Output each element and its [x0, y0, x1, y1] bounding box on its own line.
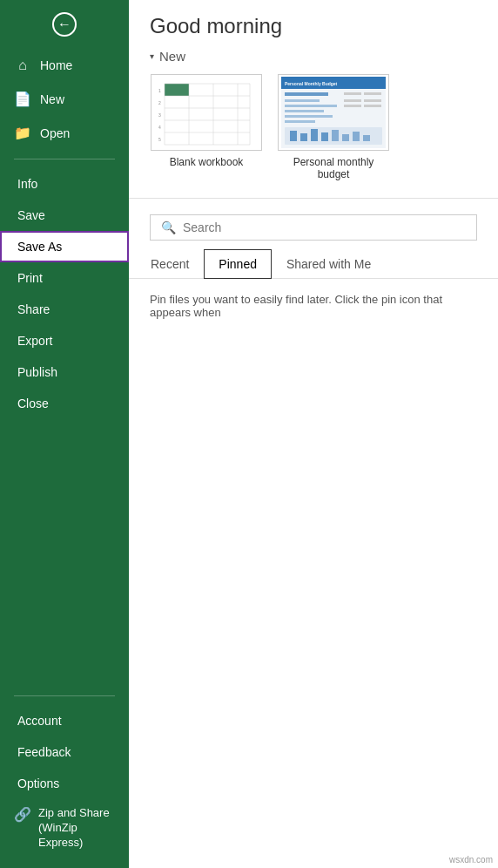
sidebar-item-share[interactable]: Share [0, 294, 129, 325]
svg-rect-26 [285, 120, 315, 123]
svg-rect-21 [285, 92, 328, 96]
budget-label: Personal monthly budget [277, 156, 390, 180]
sidebar-home-label: Home [40, 58, 72, 72]
home-icon: ⌂ [14, 58, 31, 73]
sidebar-top-nav: ⌂ Home 📄 New 📁 Open [0, 49, 129, 150]
tab-pinned-label: Pinned [219, 257, 257, 271]
svg-rect-39 [342, 134, 349, 141]
svg-rect-22 [285, 99, 320, 102]
svg-rect-30 [364, 92, 381, 95]
new-section-label: New [159, 49, 185, 64]
svg-text:4: 4 [158, 125, 161, 130]
sidebar-divider-top [14, 159, 115, 159]
zip-icon: 🔗 [14, 806, 31, 823]
sidebar-item-publish[interactable]: Publish [0, 356, 129, 388]
sidebar-saveas-label: Save As [17, 240, 62, 254]
blank-workbook-label: Blank workbook [170, 156, 244, 168]
svg-rect-23 [285, 105, 337, 107]
template-blank[interactable]: 1 2 3 4 5 Blank workbook [150, 74, 263, 168]
tab-pinned[interactable]: Pinned [204, 249, 272, 279]
sidebar-open-label: Open [40, 126, 70, 140]
svg-rect-31 [364, 99, 381, 102]
tab-recent-label: Recent [151, 257, 189, 271]
open-folder-icon: 📁 [14, 125, 31, 141]
tab-shared-label: Shared with Me [286, 257, 371, 271]
sidebar-publish-label: Publish [17, 365, 57, 379]
new-section: ▾ New [129, 45, 498, 191]
sidebar-item-close[interactable]: Close [0, 388, 129, 419]
blank-workbook-thumb: 1 2 3 4 5 [151, 74, 262, 151]
pinned-message: Pin files you want to easily find later.… [129, 279, 498, 333]
template-budget[interactable]: Personal Monthly Budget [277, 74, 390, 180]
back-button[interactable]: ← [0, 0, 129, 49]
search-input[interactable] [183, 220, 466, 234]
sidebar-feedback-label: Feedback [17, 745, 71, 759]
sidebar-divider-bottom [14, 695, 115, 696]
back-circle-icon: ← [52, 12, 77, 37]
sidebar-item-zip[interactable]: 🔗 Zip and Share (WinZip Express) [0, 799, 129, 858]
tabs-row: Recent Pinned Shared with Me [129, 249, 498, 279]
tab-recent[interactable]: Recent [150, 249, 204, 279]
svg-rect-27 [344, 92, 361, 95]
svg-rect-29 [344, 105, 361, 107]
budget-svg: Personal Monthly Budget [281, 77, 386, 148]
sidebar-options-label: Options [17, 776, 59, 790]
sidebar-print-label: Print [17, 271, 43, 285]
greeting-header: Good morning [129, 0, 498, 45]
search-icon: 🔍 [161, 220, 176, 234]
new-toggle[interactable]: ▾ New [150, 49, 477, 64]
svg-rect-38 [332, 130, 339, 141]
sidebar-item-account[interactable]: Account [0, 705, 129, 736]
svg-rect-1 [165, 84, 189, 96]
main-divider [129, 198, 498, 199]
sidebar-item-open[interactable]: 📁 Open [0, 116, 129, 150]
svg-text:5: 5 [158, 137, 161, 142]
sidebar: ← ⌂ Home 📄 New 📁 Open Info Save Save As … [0, 0, 129, 868]
svg-rect-36 [311, 129, 318, 141]
svg-rect-37 [321, 132, 328, 141]
back-arrow-icon: ← [57, 17, 71, 32]
sidebar-bottom-nav: Account Feedback Options 🔗 Zip and Share… [0, 705, 129, 868]
tab-shared[interactable]: Shared with Me [272, 249, 386, 279]
svg-text:3: 3 [158, 112, 161, 118]
sidebar-item-export[interactable]: Export [0, 325, 129, 356]
svg-rect-40 [353, 132, 360, 141]
sidebar-item-save[interactable]: Save [0, 200, 129, 231]
sidebar-save-label: Save [17, 208, 45, 222]
sidebar-share-label: Share [17, 302, 50, 316]
svg-text:1: 1 [158, 88, 161, 93]
new-doc-icon: 📄 [14, 91, 31, 107]
svg-rect-24 [285, 110, 324, 112]
budget-thumb: Personal Monthly Budget [278, 74, 389, 151]
sidebar-spacer [0, 419, 129, 687]
sidebar-item-feedback[interactable]: Feedback [0, 736, 129, 768]
sidebar-item-info[interactable]: Info [0, 168, 129, 200]
sidebar-item-home[interactable]: ⌂ Home [0, 49, 129, 82]
sidebar-item-options[interactable]: Options [0, 768, 129, 799]
sidebar-item-new[interactable]: 📄 New [0, 82, 129, 116]
sidebar-item-saveas[interactable]: Save As [0, 231, 129, 262]
sidebar-account-label: Account [17, 714, 62, 728]
sidebar-info-label: Info [17, 177, 37, 191]
svg-rect-41 [363, 135, 370, 141]
sidebar-zip-label: Zip and Share (WinZip Express) [38, 806, 115, 851]
svg-rect-34 [290, 131, 297, 141]
svg-rect-28 [344, 99, 361, 102]
blank-workbook-svg: 1 2 3 4 5 [154, 77, 259, 148]
svg-text:Personal Monthly Budget: Personal Monthly Budget [285, 81, 338, 86]
sidebar-export-label: Export [17, 334, 52, 348]
search-bar[interactable]: 🔍 [150, 214, 477, 241]
svg-rect-35 [300, 133, 307, 141]
svg-rect-32 [364, 105, 381, 107]
sidebar-item-print[interactable]: Print [0, 262, 129, 294]
sidebar-new-label: New [40, 92, 64, 106]
templates-row: 1 2 3 4 5 Blank workbook Person [150, 74, 477, 180]
chevron-down-icon: ▾ [150, 51, 154, 61]
sidebar-close-label: Close [17, 397, 49, 410]
watermark: wsxdn.com [449, 855, 493, 865]
svg-rect-25 [285, 115, 333, 118]
main-content: Good morning ▾ New [129, 0, 498, 868]
svg-text:2: 2 [158, 100, 161, 105]
